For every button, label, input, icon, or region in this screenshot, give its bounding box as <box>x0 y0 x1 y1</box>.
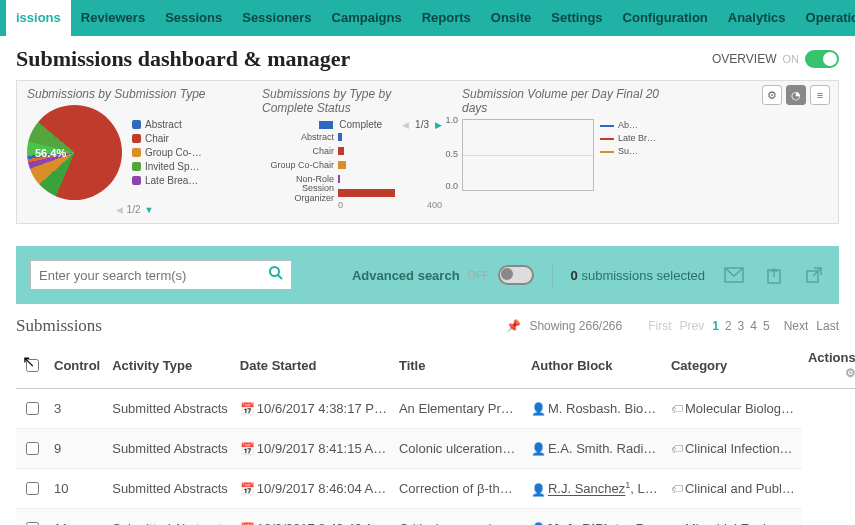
overview-toggle[interactable]: OVERVIEW ON <box>712 50 839 68</box>
bar-label: Group Co-Chair <box>262 160 334 170</box>
bar-fill[interactable] <box>338 175 340 183</box>
page-next[interactable]: Next <box>784 319 809 333</box>
nav-issions[interactable]: issions <box>6 0 71 36</box>
pie-icon[interactable]: ◔ <box>786 85 806 105</box>
line-yaxis: 1.00.50.0 <box>442 119 460 191</box>
col-author-block[interactable]: Author Block <box>525 342 665 389</box>
select-all-checkbox[interactable] <box>26 359 39 372</box>
bar-legend-swatch <box>319 121 333 129</box>
legend-label: Group Co-… <box>145 146 202 160</box>
list-icon[interactable]: ≡ <box>810 85 830 105</box>
chart-pie-title: Submissions by Submission Type <box>27 87 242 101</box>
search-box[interactable] <box>30 260 292 290</box>
gear-icon[interactable]: ⚙ <box>845 366 855 380</box>
col-category[interactable]: Category <box>665 342 802 389</box>
legend-swatch <box>132 134 141 143</box>
col-control[interactable]: Control <box>48 342 106 389</box>
page-2[interactable]: 2 <box>725 319 732 333</box>
page-1[interactable]: 1 <box>712 319 719 333</box>
nav-analytics[interactable]: Analytics <box>718 0 796 36</box>
export-icon[interactable] <box>763 264 785 286</box>
chart-line-title: Submission Volume per Day Final 20 days <box>462 87 662 115</box>
line-plot[interactable] <box>462 119 594 191</box>
divider <box>552 263 553 287</box>
row-checkbox[interactable] <box>26 402 39 415</box>
page-3[interactable]: 3 <box>738 319 745 333</box>
page-title: Submissions dashboard & manager <box>16 46 350 72</box>
bar-fill[interactable] <box>338 161 346 169</box>
submissions-table: ControlActivity TypeDate StartedTitleAut… <box>16 342 855 525</box>
nav-operation[interactable]: Operation <box>796 0 855 36</box>
cell-category: 🏷Clinical and Public H <box>665 469 802 509</box>
pie-main-pct: 56.4% <box>35 147 66 159</box>
chevron-down-icon[interactable]: ▼ <box>144 205 153 215</box>
ytick: 0.5 <box>445 149 458 159</box>
mail-icon[interactable] <box>723 264 745 286</box>
svg-line-6 <box>813 268 821 276</box>
col-activity-type[interactable]: Activity Type <box>106 342 234 389</box>
search-input[interactable] <box>31 268 261 283</box>
nav-sessions[interactable]: Sessions <box>155 0 232 36</box>
legend-label: Late Brea… <box>145 174 198 188</box>
col-title[interactable]: Title <box>393 342 525 389</box>
bar-legend-label: Complete <box>339 119 382 130</box>
legend-swatch <box>600 151 614 153</box>
nav-reports[interactable]: Reports <box>412 0 481 36</box>
table-paging: 📌 Showing 266/266 First Prev 12345 Next … <box>506 319 839 333</box>
table-row[interactable]: 10Submitted Abstracts📅10/9/2017 8:46:04 … <box>16 469 855 509</box>
row-checkbox[interactable] <box>26 442 39 455</box>
nav-onsite[interactable]: Onsite <box>481 0 541 36</box>
open-external-icon[interactable] <box>803 264 825 286</box>
chevron-left-icon[interactable]: ◀ <box>116 205 123 215</box>
table-row[interactable]: 3Submitted Abstracts📅10/6/2017 4:38:17 P… <box>16 389 855 429</box>
line-legend: Ab…Late Br…Su… <box>600 119 656 191</box>
nav-sessioners[interactable]: Sessioners <box>232 0 321 36</box>
advanced-search-toggle[interactable] <box>498 265 534 285</box>
pie-pager[interactable]: ◀ 1/2 ▼ <box>27 204 242 215</box>
page-last[interactable]: Last <box>816 319 839 333</box>
nav-settings[interactable]: Settings <box>541 0 612 36</box>
legend-label: Invited Sp… <box>145 160 199 174</box>
legend-item[interactable]: Su… <box>600 145 656 158</box>
nav-reviewers[interactable]: Reviewers <box>71 0 155 36</box>
legend-item[interactable]: Late Br… <box>600 132 656 145</box>
pin-icon[interactable]: 📌 <box>506 319 521 333</box>
cell-author: 👤R.J. Sanchez1, L. Ny… <box>525 469 665 509</box>
toggle-switch[interactable] <box>805 50 839 68</box>
col-date-started[interactable]: Date Started <box>234 342 393 389</box>
nav-campaigns[interactable]: Campaigns <box>322 0 412 36</box>
table-row[interactable]: 11Submitted Abstracts📅10/9/2017 8:49:46 … <box>16 509 855 526</box>
page-4[interactable]: 4 <box>750 319 757 333</box>
bar-fill[interactable] <box>338 147 344 155</box>
legend-item[interactable]: Late Brea… <box>132 174 202 188</box>
cell-control: 3 <box>48 389 106 429</box>
bar-fill[interactable] <box>338 133 342 141</box>
table-row[interactable]: 9Submitted Abstracts📅10/9/2017 8:41:15 A… <box>16 429 855 469</box>
cell-activity: Submitted Abstracts <box>106 389 234 429</box>
legend-item[interactable]: Chair <box>132 132 202 146</box>
legend-label: Su… <box>618 145 638 158</box>
calendar-icon: 📅 <box>240 482 255 496</box>
selection-count: 0 submissions selected <box>571 268 705 283</box>
legend-item[interactable]: Ab… <box>600 119 656 132</box>
nav-configuration[interactable]: Configuration <box>613 0 718 36</box>
tag-icon: 🏷 <box>671 482 683 496</box>
chevron-left-icon[interactable]: ◀ <box>402 120 409 130</box>
legend-item[interactable]: Invited Sp… <box>132 160 202 174</box>
title-row: Submissions dashboard & manager OVERVIEW… <box>0 36 855 80</box>
page-prev[interactable]: Prev <box>680 319 705 333</box>
legend-item[interactable]: Group Co-… <box>132 146 202 160</box>
pie-graphic[interactable]: 56.4% <box>27 105 122 200</box>
col-actions[interactable]: Actions ⚙ <box>802 342 855 389</box>
calendar-icon: 📅 <box>240 442 255 456</box>
gear-icon[interactable]: ⚙ <box>762 85 782 105</box>
legend-item[interactable]: Abstract <box>132 118 202 132</box>
search-icon[interactable] <box>261 265 291 285</box>
page-5[interactable]: 5 <box>763 319 770 333</box>
overview-label: OVERVIEW <box>712 52 776 66</box>
chevron-right-icon[interactable]: ▶ <box>435 120 442 130</box>
page-first[interactable]: First <box>648 319 671 333</box>
bar-fill[interactable] <box>338 189 395 197</box>
pie-legend: AbstractChairGroup Co-…Invited Sp…Late B… <box>132 118 202 188</box>
row-checkbox[interactable] <box>26 482 39 495</box>
